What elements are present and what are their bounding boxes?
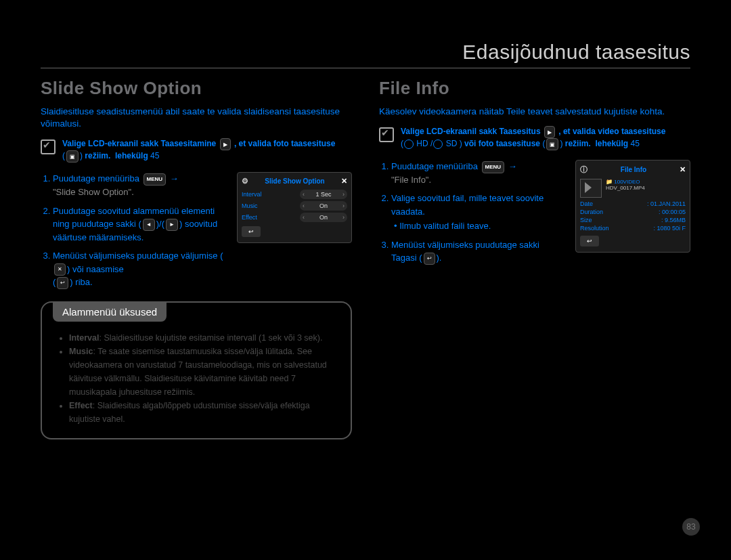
- section-heading-slideshow: Slide Show Option: [41, 78, 352, 99]
- precheck-line2: , et valida video taasesituse: [558, 127, 665, 136]
- step1: Puudutage menüüriba MENU → "Slide Show O…: [53, 172, 225, 198]
- back-button-icon: ↩: [57, 277, 68, 289]
- steps-right: Puudutage menüüriba MENU → "File Info". …: [379, 160, 563, 270]
- submenu-item-bold: Music: [69, 347, 93, 356]
- info-v: : 1080 50i F: [653, 225, 686, 232]
- divider: [41, 68, 690, 68]
- video-thumb-icon: [580, 179, 602, 198]
- row-label: Interval: [242, 191, 262, 198]
- device-back-icon: ↩: [242, 226, 261, 237]
- device-row: Interval ‹1 Sec›: [242, 190, 347, 199]
- submenu-item-bold: Effect: [69, 401, 93, 410]
- device-row: Music ‹On›: [242, 201, 347, 211]
- step2-bullet: Ilmub valitud faili teave.: [394, 219, 563, 233]
- arrow-right-icon: →: [170, 173, 179, 184]
- step1b: "Slide Show Option".: [53, 187, 134, 197]
- info-k: Date: [580, 200, 593, 207]
- info-k: Duration: [580, 209, 603, 215]
- precheck-line3: või foto taasesituse: [464, 139, 540, 148]
- step2: Valige soovitud fail, mille teavet soovi…: [391, 192, 563, 233]
- left-column: Slide Show Option Slaidiesitluse seadist…: [41, 78, 352, 439]
- row-label: Music: [242, 202, 258, 209]
- device-close-icon: ✕: [341, 177, 347, 186]
- info-v: : 00:00:05: [659, 209, 686, 215]
- pageref-label: lehekülg: [115, 152, 148, 161]
- precheck-line1: Valige LCD-ekraanil sakk Taasesitamine: [62, 139, 216, 149]
- menu-button-icon: MENU: [482, 161, 505, 173]
- row-label: Effect: [242, 214, 257, 221]
- submenu-item: Music: Te saate sisemise taustamuusika s…: [69, 345, 338, 399]
- step1b: "File Info".: [391, 175, 431, 185]
- playback-tab-icon: ▶: [544, 126, 555, 138]
- step1: Puudutage menüüriba MENU → "File Info".: [391, 160, 563, 186]
- precheck-line1: Valige LCD-ekraanil sakk Taasesitus: [401, 127, 541, 136]
- prev-button-icon: ◄: [143, 219, 155, 231]
- precheck-left: Valige LCD-ekraanil sakk Taasesitamine ▶…: [41, 138, 352, 163]
- device-slideshow: ⚙ Slide Show Option ✕ Interval ‹1 Sec› M…: [237, 172, 352, 243]
- info-v: : 01.JAN.2011: [647, 200, 686, 207]
- step3: Menüüst väljumiseks puudutage sakki Taga…: [391, 238, 563, 265]
- photo-mode-icon: ▣: [66, 150, 79, 163]
- row-value: On: [319, 202, 328, 209]
- row-value: On: [319, 214, 328, 221]
- back-button-icon: ↩: [424, 253, 435, 265]
- device-title: Slide Show Option: [265, 177, 324, 185]
- device-fileinfo: ⓘ File Info ✕ 📁 100VIDEO HDV_0017.MP4 Da…: [575, 160, 690, 253]
- info-k: Size: [580, 217, 592, 223]
- hd-mode-icon: [404, 139, 414, 149]
- intro-left: Slaidiesitluse seadistusmenüü abil saate…: [41, 106, 352, 130]
- arrow-right-icon: →: [508, 161, 517, 171]
- submenu-item: Effect: Slaidiesitus algab/lõppeb udustu…: [69, 399, 338, 426]
- menu-button-icon: MENU: [143, 173, 167, 186]
- right-column: File Info Käesolev videokaamera näitab T…: [379, 78, 690, 439]
- pageref-num: 45: [150, 152, 159, 161]
- checkbox-icon: [41, 139, 56, 154]
- playback-tab-icon: ▶: [220, 138, 231, 150]
- precheck-line3: režiim.: [85, 152, 110, 161]
- precheck-line4: režiim.: [565, 139, 591, 148]
- section-heading-fileinfo: File Info: [379, 78, 690, 99]
- info-k: Resolution: [580, 225, 609, 232]
- submenu-item-bold: Interval: [69, 333, 99, 343]
- file-name: HDV_0017.MP4: [606, 185, 645, 191]
- pageref-label: lehekülg: [595, 139, 628, 148]
- submenu-item-rest: : Slaidiesitus algab/lõppeb udustumise s…: [69, 401, 310, 424]
- steps-left: Puudutage menüüriba MENU → "Slide Show O…: [41, 172, 225, 294]
- precheck-right: Valige LCD-ekraanil sakk Taasesitus ▶ , …: [379, 126, 690, 150]
- submenu-item: Interval: Slaidiesitluse kujutiste esita…: [69, 331, 338, 345]
- step2-text: Valige soovitud fail, mille teavet soovi…: [391, 193, 544, 217]
- gear-icon: ⚙: [242, 177, 248, 186]
- info-v: : 9.56MB: [661, 217, 686, 223]
- submenu-item-rest: : Te saate sisemise taustamuusika sisse/…: [69, 347, 327, 397]
- page-number: 83: [682, 518, 700, 536]
- step3a: Menüüst väljumiseks puudutage väljumise: [53, 251, 218, 261]
- close-button-icon: ✕: [54, 263, 66, 276]
- step1a: Puudutage menüüriba: [53, 173, 139, 184]
- step3a: Menüüst väljumiseks puudutage sakki Taga…: [391, 240, 539, 263]
- submenu-title: Alammenüü üksused: [53, 302, 167, 322]
- step3: Menüüst väljumiseks puudutage väljumise …: [53, 249, 225, 289]
- sd-mode-icon: [433, 139, 443, 149]
- step3b: või naasmise: [72, 264, 124, 274]
- pageref-num: 45: [630, 139, 639, 148]
- device-close-icon: ✕: [680, 165, 686, 174]
- step1a: Puudutage menüüriba: [391, 161, 478, 171]
- submenu-item-rest: : Slaidiesitluse kujutiste esitamise int…: [99, 333, 322, 343]
- precheck-text-right: Valige LCD-ekraanil sakk Taasesitus ▶ , …: [401, 126, 665, 150]
- info-icon: ⓘ: [580, 165, 588, 175]
- checkbox-icon: [379, 127, 394, 142]
- device-row: Effect ‹On›: [242, 213, 347, 222]
- precheck-text-left: Valige LCD-ekraanil sakk Taasesitamine ▶…: [62, 138, 335, 163]
- folder-name: 📁 100VIDEO: [606, 179, 645, 185]
- chapter-title: Edasijõudnud taasesitus: [41, 41, 690, 64]
- step2: Puudutage soovitud alammenüü elementi ni…: [53, 204, 225, 244]
- submenu-box: Alammenüü üksused Interval: Slaidiesitlu…: [41, 301, 352, 439]
- next-button-icon: ►: [166, 219, 178, 231]
- device-title: File Info: [621, 166, 646, 173]
- intro-right: Käesolev videokaamera näitab Teile teave…: [379, 106, 690, 118]
- row-value: 1 Sec: [315, 191, 331, 198]
- device-back-icon: ↩: [580, 236, 599, 246]
- precheck-line2: , et valida foto taasesituse: [234, 139, 335, 149]
- step3c: riba.: [75, 277, 92, 287]
- photo-mode-icon: ▣: [546, 138, 558, 150]
